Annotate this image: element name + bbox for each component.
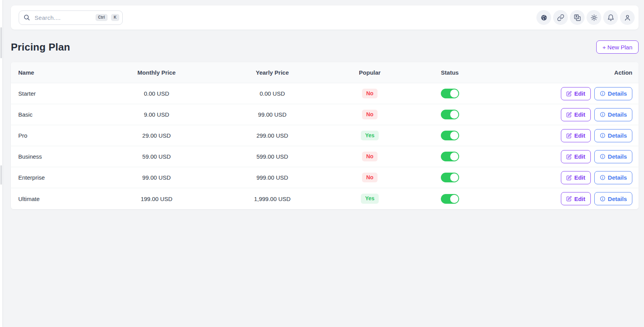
details-button-label: Details (608, 90, 627, 97)
edit-button[interactable]: Edit (561, 192, 590, 205)
search-box[interactable]: Ctrl K (19, 10, 123, 25)
status-toggle[interactable] (441, 194, 459, 204)
popular-cell: Yes (322, 131, 418, 141)
details-button-label: Details (608, 132, 627, 139)
edit-button-label: Edit (574, 132, 585, 139)
profile-button[interactable] (620, 10, 635, 25)
plan-name-cell: Enterprise (11, 174, 91, 181)
popular-badge: No (362, 89, 378, 99)
pricing-plan-table: Name Monthly Price Yearly Price Popular … (11, 62, 639, 209)
edit-button-label: Edit (574, 196, 585, 202)
translate-button[interactable] (570, 10, 585, 25)
action-cell: Edit Details (482, 192, 639, 205)
notifications-button[interactable] (603, 10, 618, 25)
globe-button[interactable] (536, 10, 551, 25)
edit-icon (566, 133, 572, 138)
edit-button[interactable]: Edit (561, 108, 590, 121)
toggle-knob (450, 110, 458, 119)
status-cell (418, 110, 482, 119)
left-panel-edge (0, 0, 2, 327)
table-row: Basic 9.00 USD 99.00 USD No Edit (11, 104, 639, 125)
popular-cell: No (322, 173, 418, 183)
monthly-price-cell: 59.00 USD (91, 153, 223, 160)
edit-icon (566, 112, 572, 117)
link-button[interactable] (553, 10, 568, 25)
search-input[interactable] (34, 14, 92, 21)
info-icon (600, 112, 606, 117)
status-cell (418, 194, 482, 204)
edit-icon (566, 196, 572, 201)
column-header-yearly: Yearly Price (223, 69, 322, 76)
theme-toggle-button[interactable] (587, 10, 601, 25)
plan-name-cell: Business (11, 153, 91, 160)
details-button[interactable]: Details (594, 171, 632, 184)
status-cell (418, 131, 482, 140)
action-cell: Edit Details (482, 129, 639, 142)
column-header-name: Name (11, 69, 91, 76)
search-icon (23, 14, 30, 21)
plan-name-cell: Starter (11, 90, 91, 97)
status-cell (418, 89, 482, 98)
details-button[interactable]: Details (594, 150, 632, 163)
topbar: Ctrl K (11, 5, 639, 30)
monthly-price-cell: 199.00 USD (91, 196, 223, 202)
scrollbar-thumb[interactable] (0, 27, 2, 58)
table-header-row: Name Monthly Price Yearly Price Popular … (11, 62, 639, 83)
details-button-label: Details (608, 153, 627, 160)
plan-name-cell: Basic (11, 111, 91, 118)
toggle-knob (450, 131, 458, 140)
scrollbar-thumb[interactable] (0, 165, 2, 185)
kbd-k: K (111, 14, 119, 21)
bell-icon (607, 14, 614, 21)
kbd-ctrl: Ctrl (96, 14, 108, 21)
action-cell: Edit Details (482, 171, 639, 184)
monthly-price-cell: 99.00 USD (91, 174, 223, 181)
edit-button[interactable]: Edit (561, 87, 590, 100)
toggle-knob (450, 152, 458, 161)
details-button[interactable]: Details (594, 129, 632, 142)
yearly-price-cell: 999.00 USD (223, 174, 322, 181)
edit-button[interactable]: Edit (561, 171, 590, 184)
plan-name-cell: Ultimate (11, 196, 91, 202)
status-toggle[interactable] (441, 89, 459, 98)
yearly-price-cell: 599.00 USD (223, 153, 322, 160)
edit-button-label: Edit (574, 90, 585, 97)
plan-name-cell: Pro (11, 132, 91, 139)
popular-badge: Yes (361, 194, 379, 204)
action-cell: Edit Details (482, 87, 639, 100)
details-button[interactable]: Details (594, 108, 632, 121)
edit-icon (566, 154, 572, 159)
status-toggle[interactable] (441, 110, 459, 119)
yearly-price-cell: 99.00 USD (223, 111, 322, 118)
new-plan-button[interactable]: + New Plan (596, 40, 639, 54)
details-button-label: Details (608, 111, 627, 118)
popular-cell: No (322, 89, 418, 99)
edit-button[interactable]: Edit (561, 129, 590, 142)
details-button[interactable]: Details (594, 192, 632, 205)
edit-button-label: Edit (574, 153, 585, 160)
edit-button-label: Edit (574, 111, 585, 118)
action-cell: Edit Details (482, 150, 639, 163)
monthly-price-cell: 0.00 USD (91, 90, 223, 97)
status-toggle[interactable] (441, 173, 459, 182)
edit-icon (566, 91, 572, 96)
toggle-knob (450, 173, 458, 182)
monthly-price-cell: 9.00 USD (91, 111, 223, 118)
status-toggle[interactable] (441, 131, 459, 140)
globe-icon (540, 14, 548, 21)
popular-cell: No (322, 152, 418, 162)
details-button[interactable]: Details (594, 87, 632, 100)
column-header-action: Action (482, 69, 639, 76)
table-row: Pro 29.00 USD 299.00 USD Yes Edit (11, 125, 639, 146)
popular-badge: Yes (361, 131, 379, 141)
status-toggle[interactable] (441, 152, 459, 161)
link-icon (557, 14, 564, 21)
topbar-actions (536, 10, 635, 25)
edit-button[interactable]: Edit (561, 150, 590, 163)
page-head: Pricing Plan + New Plan (11, 40, 639, 54)
details-button-label: Details (608, 196, 627, 202)
translate-icon (574, 14, 581, 21)
edit-icon (566, 175, 572, 180)
column-header-status: Status (418, 69, 482, 76)
yearly-price-cell: 0.00 USD (223, 90, 322, 97)
